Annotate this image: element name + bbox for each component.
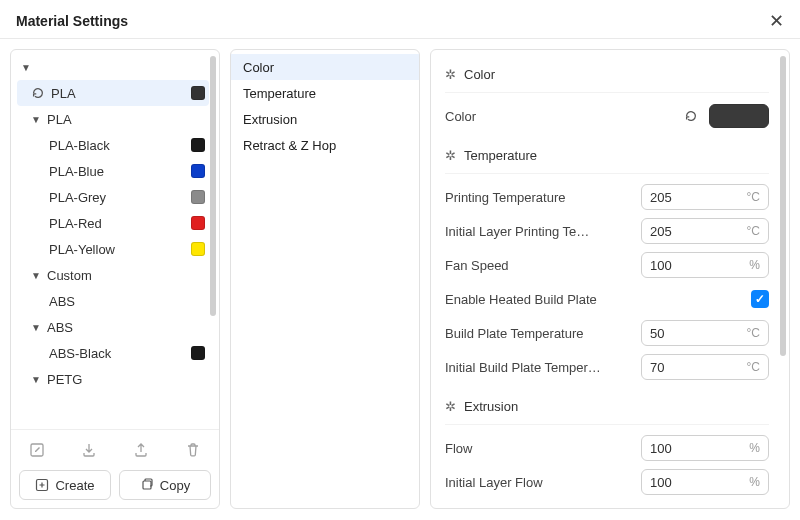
section-divider (445, 173, 769, 174)
section-nav-item[interactable]: Retract & Z Hop (231, 132, 419, 158)
plus-square-icon (35, 478, 49, 492)
material-child-row[interactable]: ABS (17, 288, 209, 314)
material-label: ABS (49, 294, 205, 309)
material-group-pla[interactable]: ▼ PLA (17, 106, 209, 132)
setting-row: Flow% (445, 431, 769, 465)
unit-label: % (749, 258, 760, 272)
color-swatch (191, 190, 205, 204)
tree-root-row[interactable]: ▼ (17, 54, 209, 80)
setting-heated-plate-row: Enable Heated Build Plate ✓ (445, 282, 769, 316)
value-input-wrap[interactable]: % (641, 435, 769, 461)
color-swatch (191, 164, 205, 178)
value-input[interactable] (650, 326, 741, 341)
dialog-header: Material Settings ✕ (0, 0, 800, 38)
unit-label: °C (747, 190, 760, 204)
unit-label: % (749, 475, 760, 489)
material-pla-root[interactable]: PLA (17, 80, 209, 106)
chevron-down-icon[interactable]: ▼ (31, 270, 41, 281)
material-tree-footer: Create Copy (11, 429, 219, 508)
material-child-row[interactable]: PLA-Grey (17, 184, 209, 210)
chevron-down-icon[interactable]: ▼ (21, 62, 31, 73)
section-divider (445, 424, 769, 425)
value-input[interactable] (650, 258, 743, 273)
value-input-wrap[interactable]: % (641, 252, 769, 278)
copy-button[interactable]: Copy (119, 470, 211, 500)
section-nav-item[interactable]: Temperature (231, 80, 419, 106)
scrollbar-thumb[interactable] (780, 56, 786, 356)
value-input[interactable] (650, 360, 741, 375)
setting-row: Initial Build Plate Temper…°C (445, 350, 769, 384)
unit-label: °C (747, 224, 760, 238)
copy-button-label: Copy (160, 478, 190, 493)
section-head-extrusion: ✲ Extrusion (445, 392, 769, 420)
section-head-temperature: ✲ Temperature (445, 141, 769, 169)
scrollbar-thumb[interactable] (210, 56, 216, 316)
checkbox-checked[interactable]: ✓ (751, 290, 769, 308)
edit-icon[interactable] (25, 438, 49, 462)
material-label: PLA-Yellow (49, 242, 185, 257)
material-child-row[interactable]: PLA-Yellow (17, 236, 209, 262)
value-input[interactable] (650, 475, 743, 490)
color-swatch (191, 242, 205, 256)
material-child-row[interactable]: PLA-Red (17, 210, 209, 236)
setting-label: Printing Temperature (445, 190, 633, 205)
section-head-color: ✲ Color (445, 60, 769, 88)
material-child-row[interactable]: PLA-Black (17, 132, 209, 158)
material-label: ABS-Black (49, 346, 185, 361)
settings-scroll: ✲ Color Color ✲ Temperature Printing Tem… (431, 50, 789, 508)
setting-label: Initial Layer Printing Te… (445, 224, 633, 239)
material-group-petg[interactable]: ▼ PETG (17, 366, 209, 392)
close-button[interactable]: ✕ (769, 10, 784, 32)
value-input-wrap[interactable]: °C (641, 184, 769, 210)
setting-row: Printing Temperature°C (445, 180, 769, 214)
create-button[interactable]: Create (19, 470, 111, 500)
gear-icon: ✲ (445, 148, 456, 163)
section-divider (445, 92, 769, 93)
material-child-row[interactable]: PLA-Blue (17, 158, 209, 184)
value-input-wrap[interactable]: °C (641, 320, 769, 346)
main-columns: ▼ PLA ▼ PLA PLA-BlackPLA-BluePLA-GreyPLA… (0, 49, 800, 519)
material-child-row[interactable]: ABS-Black (17, 340, 209, 366)
material-group-abs[interactable]: ▼ ABS (17, 314, 209, 340)
value-input[interactable] (650, 224, 741, 239)
material-label: PLA-Black (49, 138, 185, 153)
reset-icon[interactable] (681, 106, 701, 126)
value-input[interactable] (650, 190, 741, 205)
chevron-down-icon[interactable]: ▼ (31, 114, 41, 125)
material-tree-panel: ▼ PLA ▼ PLA PLA-BlackPLA-BluePLA-GreyPLA… (10, 49, 220, 509)
value-input-wrap[interactable]: °C (641, 218, 769, 244)
setting-color-row: Color (445, 99, 769, 133)
material-group-custom[interactable]: ▼ Custom (17, 262, 209, 288)
color-swatch (191, 346, 205, 360)
unit-label: °C (747, 326, 760, 340)
material-label: PLA (47, 112, 205, 127)
setting-label: Color (445, 109, 673, 124)
material-label: PLA (51, 86, 185, 101)
material-label: PLA-Blue (49, 164, 185, 179)
section-nav-panel: ColorTemperatureExtrusionRetract & Z Hop (230, 49, 420, 509)
chevron-down-icon[interactable]: ▼ (31, 374, 41, 385)
copy-icon (140, 478, 154, 492)
gear-icon: ✲ (445, 399, 456, 414)
import-icon[interactable] (77, 438, 101, 462)
value-input-wrap[interactable]: % (641, 469, 769, 495)
chevron-down-icon[interactable]: ▼ (31, 322, 41, 333)
color-swatch (191, 138, 205, 152)
section-nav-item[interactable]: Color (231, 54, 419, 80)
export-icon[interactable] (129, 438, 153, 462)
value-input-wrap[interactable]: °C (641, 354, 769, 380)
value-input[interactable] (650, 441, 743, 456)
unit-label: % (749, 441, 760, 455)
section-nav-item[interactable]: Extrusion (231, 106, 419, 132)
settings-content: ✲ Color Color ✲ Temperature Printing Tem… (431, 50, 789, 499)
setting-row: Initial Layer Flow% (445, 465, 769, 499)
create-button-label: Create (55, 478, 94, 493)
gear-icon: ✲ (445, 67, 456, 82)
setting-row: Build Plate Temperature°C (445, 316, 769, 350)
color-chip[interactable] (709, 104, 769, 128)
trash-icon[interactable] (181, 438, 205, 462)
refresh-icon[interactable] (31, 86, 45, 100)
setting-label: Fan Speed (445, 258, 633, 273)
section-title: Temperature (464, 148, 537, 163)
setting-label: Initial Build Plate Temper… (445, 360, 633, 375)
